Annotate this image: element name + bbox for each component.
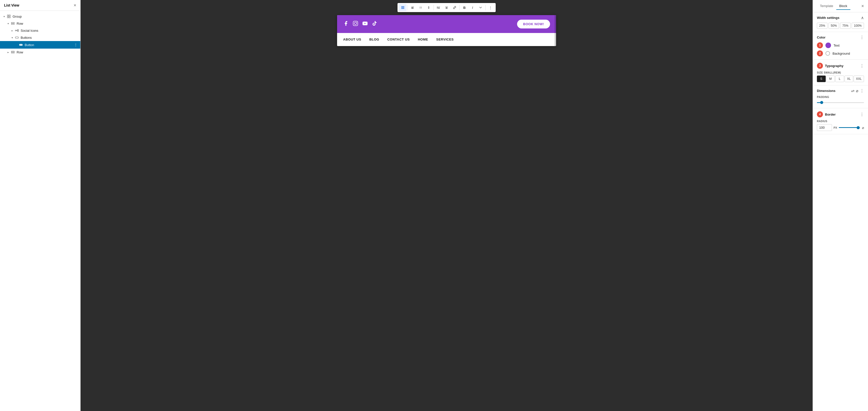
size-xl-btn[interactable]: XL — [845, 76, 854, 82]
width-25-btn[interactable]: 25% — [817, 23, 828, 29]
border-radius-slider[interactable] — [839, 125, 861, 130]
typography-section-title: Typography — [825, 64, 843, 68]
instagram-icon[interactable] — [353, 21, 358, 28]
badge-3: 3 — [817, 63, 823, 69]
color-section-dots[interactable]: ⋮ — [860, 35, 864, 40]
right-panel-header: Template Block × — [813, 0, 868, 12]
toolbar-more-btn[interactable]: ⋮ — [487, 4, 494, 11]
svg-point-17 — [420, 7, 420, 7]
text-color-swatch[interactable] — [826, 42, 831, 48]
button-icon — [19, 42, 23, 47]
border-section: 4 Border ⋮ RADIUS PX ⌀ — [813, 108, 868, 134]
svg-rect-27 — [445, 8, 447, 9]
svg-point-20 — [421, 8, 422, 8]
svg-rect-25 — [445, 7, 448, 7]
youtube-icon[interactable] — [362, 21, 368, 28]
toolbar-align-left-btn[interactable] — [435, 4, 442, 11]
slider-track — [817, 102, 864, 103]
toolbar-list-view-btn[interactable] — [399, 4, 407, 11]
dimensions-adjust-icon[interactable]: ⇌ — [851, 88, 855, 93]
facebook-icon[interactable] — [343, 21, 349, 28]
tab-block[interactable]: Block — [836, 2, 850, 10]
book-now-button[interactable]: BOOK NOW! — [517, 20, 550, 28]
width-settings-toggle[interactable]: ∧ — [861, 16, 864, 20]
padding-slider[interactable] — [817, 100, 864, 105]
svg-rect-12 — [401, 7, 404, 8]
size-xxl-btn[interactable]: XXL — [854, 76, 864, 82]
toolbar-up-down-btn[interactable] — [425, 4, 433, 11]
dimensions-section-title: Dimensions — [817, 89, 836, 93]
tree-item-button[interactable]: Button ⋮ — [0, 41, 80, 49]
border-radius-input[interactable] — [817, 124, 832, 131]
toolbar-italic-btn[interactable]: I — [469, 4, 476, 11]
dimensions-section-dots[interactable]: ⋮ — [860, 88, 864, 93]
tab-template[interactable]: Template — [817, 2, 836, 10]
toolbar-separator3 — [459, 5, 460, 10]
border-slider-fill — [839, 127, 859, 128]
typography-section-header: 3 Typography ⋮ — [817, 63, 864, 69]
svg-point-19 — [420, 8, 420, 8]
item-options-icon[interactable]: ⋮ — [73, 42, 78, 47]
toolbar-separator4 — [485, 5, 486, 10]
toolbar-link-btn[interactable] — [451, 4, 458, 11]
width-50-btn[interactable]: 50% — [829, 23, 839, 29]
padding-slider-row — [817, 100, 864, 105]
color-background-item[interactable]: Background — [826, 51, 850, 56]
width-settings-header: Width settings ∧ — [817, 16, 864, 20]
toolbar-bold-btn[interactable]: B — [461, 4, 468, 11]
background-radio[interactable] — [826, 51, 830, 56]
slider-thumb[interactable] — [820, 101, 823, 104]
width-100-btn[interactable]: 100% — [851, 23, 864, 29]
size-m-btn[interactable]: M — [826, 76, 835, 82]
svg-rect-1 — [9, 15, 10, 16]
preview-purple-bar: BOOK NOW! — [337, 15, 556, 33]
width-buttons: 25% 50% 75% 100% — [817, 23, 864, 29]
svg-rect-7 — [20, 44, 22, 46]
row2-icon — [10, 50, 15, 54]
button-label: Button — [25, 43, 73, 47]
background-color-label: Background — [833, 52, 850, 55]
right-panel-close-button[interactable]: × — [861, 3, 864, 9]
width-settings-section: Width settings ∧ 25% 50% 75% 100% — [813, 12, 868, 32]
toolbar-center-btn[interactable] — [443, 4, 451, 11]
border-slider-track — [839, 127, 861, 128]
tree-item-row2[interactable]: Row — [0, 49, 80, 56]
list-view-close-button[interactable]: × — [73, 3, 76, 7]
nav-blog[interactable]: BLOG — [369, 37, 379, 41]
nav-about-us[interactable]: ABOUT US — [343, 37, 361, 41]
border-link-icon[interactable]: ⌀ — [862, 126, 864, 130]
svg-rect-3 — [9, 17, 10, 18]
tree-item-group[interactable]: Group — [0, 13, 80, 20]
chevron-icon — [10, 28, 14, 32]
color-text-item[interactable]: Text — [826, 42, 840, 48]
border-section-header: 4 Border ⋮ — [817, 111, 864, 117]
svg-rect-24 — [438, 8, 440, 9]
preview-nav: ABOUT US BLOG CONTACT US HOME SERVICES — [337, 33, 556, 46]
border-section-dots[interactable]: ⋮ — [860, 112, 864, 117]
size-buttons: S M L XL XXL — [817, 76, 864, 82]
size-l-btn[interactable]: L — [835, 76, 844, 82]
nav-contact-us[interactable]: CONTACT US — [387, 37, 410, 41]
tree-item-row1[interactable]: Row — [0, 20, 80, 27]
tiktok-icon[interactable] — [372, 21, 377, 28]
toolbar-text-btn[interactable] — [409, 4, 416, 11]
dimensions-link-icon[interactable]: ⌀ — [856, 88, 859, 93]
nav-services[interactable]: SERVICES — [436, 37, 454, 41]
tree-item-social-icons[interactable]: Social Icons — [0, 27, 80, 34]
right-panel: Template Block × Width settings ∧ 25% 50… — [813, 0, 868, 411]
svg-rect-26 — [446, 7, 447, 8]
chevron-icon — [2, 14, 6, 19]
svg-rect-22 — [438, 7, 440, 7]
toolbar-drag-btn[interactable] — [417, 4, 425, 11]
typography-section-dots[interactable]: ⋮ — [860, 63, 864, 68]
width-75-btn[interactable]: 75% — [840, 23, 850, 29]
size-s-btn[interactable]: S — [817, 76, 826, 82]
tree-item-buttons[interactable]: Buttons — [0, 34, 80, 41]
svg-rect-15 — [411, 7, 413, 8]
toolbar-text-style-dropdown[interactable] — [477, 4, 484, 11]
resize-handle[interactable] — [555, 15, 556, 46]
nav-home[interactable]: HOME — [418, 37, 428, 41]
badge-1: 1 — [817, 42, 823, 48]
border-section-title: Border — [825, 113, 836, 116]
border-slider-thumb[interactable] — [857, 126, 860, 129]
